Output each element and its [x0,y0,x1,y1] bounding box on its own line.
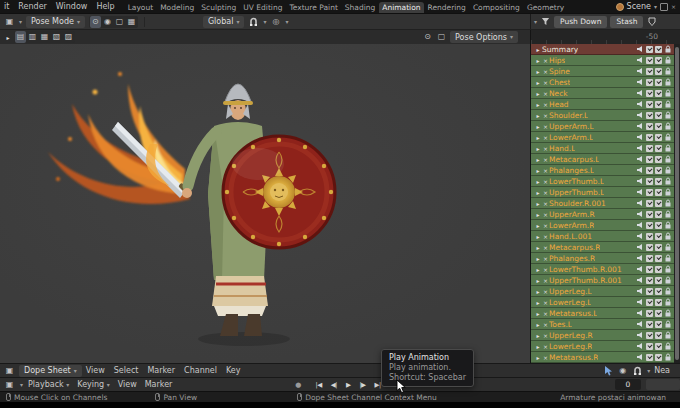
checkbox-icon[interactable] [655,310,662,317]
expand-triangle-icon[interactable]: ▸ [534,167,542,174]
lock-icon[interactable] [664,133,672,141]
channel-name[interactable]: Metacarpus.R [549,243,600,252]
expand-triangle-icon[interactable]: ▸ [534,266,542,273]
menu-item[interactable]: Window [56,2,88,11]
checkbox-icon[interactable] [655,233,662,240]
transport-button[interactable]: ▶ [343,379,354,390]
checkbox-icon[interactable] [655,321,662,328]
checkbox-icon[interactable] [646,222,653,229]
expand-triangle-icon[interactable]: ▸ [534,277,542,284]
lock-icon[interactable] [664,45,672,53]
summary-row[interactable]: ▸ Summary [531,44,674,55]
expand-triangle-icon[interactable]: ▸ [534,68,542,75]
lock-icon[interactable] [664,210,672,218]
lock-icon[interactable] [664,188,672,196]
channel-row[interactable]: ▸ × Metatarsus.R [531,352,674,363]
channel-name[interactable]: Metatarsus.L [549,309,597,318]
filter-funnel-icon[interactable] [540,16,551,28]
speaker-icon[interactable] [636,353,644,361]
checkbox-icon[interactable] [655,211,662,218]
speaker-icon[interactable] [636,320,644,328]
channel-row[interactable]: ▸ × Phalanges.R [531,253,674,264]
channel-row[interactable]: ▸ × LowerLeg.R [531,341,674,352]
lock-icon[interactable] [664,144,672,152]
lock-icon[interactable] [664,331,672,339]
view-layer-icon[interactable] [660,3,668,11]
checkbox-icon[interactable] [646,255,653,262]
channel-name[interactable]: Chest [549,78,570,87]
checkbox-icon[interactable] [655,189,662,196]
checkbox-icon[interactable] [655,134,662,141]
channel-name[interactable]: Phalanges.R [549,254,595,263]
speaker-icon[interactable] [636,243,644,251]
channel-name[interactable]: Head [549,100,569,109]
expand-triangle-icon[interactable]: ▸ [534,321,542,328]
expand-triangle-icon[interactable]: ▸ [4,34,12,41]
channel-name[interactable]: Toes.L [549,320,572,329]
expand-triangle-icon[interactable]: ▸ [534,211,542,218]
checkbox-icon[interactable] [646,211,653,218]
checkbox-icon[interactable] [646,57,653,64]
lock-icon[interactable] [664,265,672,273]
channel-name[interactable]: UpperLeg.L [549,287,592,296]
channel-name[interactable]: Hand.L.001 [549,232,592,241]
push-down-button[interactable]: Push Down [554,16,607,28]
channel-row[interactable]: ▸ × Neck [531,88,674,99]
checkbox-icon[interactable] [655,68,662,75]
checkbox-icon[interactable] [655,101,662,108]
expand-triangle-icon[interactable]: ▸ [534,123,542,130]
menu-item[interactable]: Channel [184,366,217,375]
checkbox-icon[interactable] [646,79,653,86]
speaker-icon[interactable] [636,166,644,174]
speaker-icon[interactable] [636,45,644,53]
close-icon[interactable]: × [671,4,676,10]
playback-menu[interactable]: Playback ▾ [28,380,69,389]
expand-triangle-icon[interactable]: ▸ [534,90,542,97]
expand-triangle-icon[interactable]: ▸ [534,244,542,251]
lock-icon[interactable] [664,56,672,64]
dopesheet-mode-dropdown[interactable]: Dope Sheet ▾ [19,365,82,377]
auto-keying-button[interactable]: ● [295,381,301,389]
expand-triangle-icon[interactable]: ▸ [534,233,542,240]
select-box-tool-icon[interactable]: ▥ [27,31,38,43]
marker-menu[interactable]: Marker [145,380,173,389]
channel-name[interactable]: Shoulder.R.001 [549,199,606,208]
expand-triangle-icon[interactable]: ▸ [534,112,542,119]
editor-type-icon[interactable]: ▣ [4,379,15,391]
checkbox-icon[interactable] [646,266,653,273]
channel-row[interactable]: ▸ × Metacarpus.R [531,242,674,253]
channel-row[interactable]: ▸ × LowerThumb.R.001 [531,264,674,275]
channel-name[interactable]: UpperThumb.R.001 [549,276,622,285]
proportional-edit-icon[interactable]: ◎ [270,16,281,28]
speaker-icon[interactable] [636,210,644,218]
channel-name[interactable]: LowerLeg.R [549,342,592,351]
snap-magnet-icon[interactable] [632,365,643,377]
channel-name[interactable]: LowerLeg.L [549,298,591,307]
speaker-icon[interactable] [636,144,644,152]
checkbox-icon[interactable] [655,145,662,152]
channel-name[interactable]: LowerThumb.L [549,177,604,186]
lock-icon[interactable] [664,111,672,119]
checkbox-icon[interactable] [646,343,653,350]
expand-triangle-icon[interactable]: ▸ [534,354,542,361]
checkbox-icon[interactable] [655,299,662,306]
menu-item[interactable]: Marker [147,366,175,375]
expand-triangle-icon[interactable]: ▸ [534,79,542,86]
checkbox-icon[interactable] [646,46,653,53]
frame-ruler[interactable]: -50 [530,30,680,44]
transport-button[interactable]: |◀ [312,379,324,390]
speaker-icon[interactable] [636,78,644,86]
checkbox-icon[interactable] [655,178,662,185]
dot-circle-icon[interactable]: ⊙ [90,16,101,28]
channel-name[interactable]: LowerThumb.R.001 [549,265,622,274]
expand-triangle-icon[interactable]: ▸ [534,46,542,53]
select-circle-tool-icon[interactable]: ▦ [39,31,50,43]
viewport-3d[interactable] [0,44,530,363]
checkbox-icon[interactable] [646,299,653,306]
select-lasso-tool-icon[interactable]: ▧ [51,31,62,43]
checkbox-icon[interactable] [655,266,662,273]
speaker-icon[interactable] [636,122,644,130]
channel-row[interactable]: ▸ × Toes.L [531,319,674,330]
tweak-tool-icon[interactable]: ▤ [15,31,26,43]
start-frame-field[interactable] [646,379,680,390]
